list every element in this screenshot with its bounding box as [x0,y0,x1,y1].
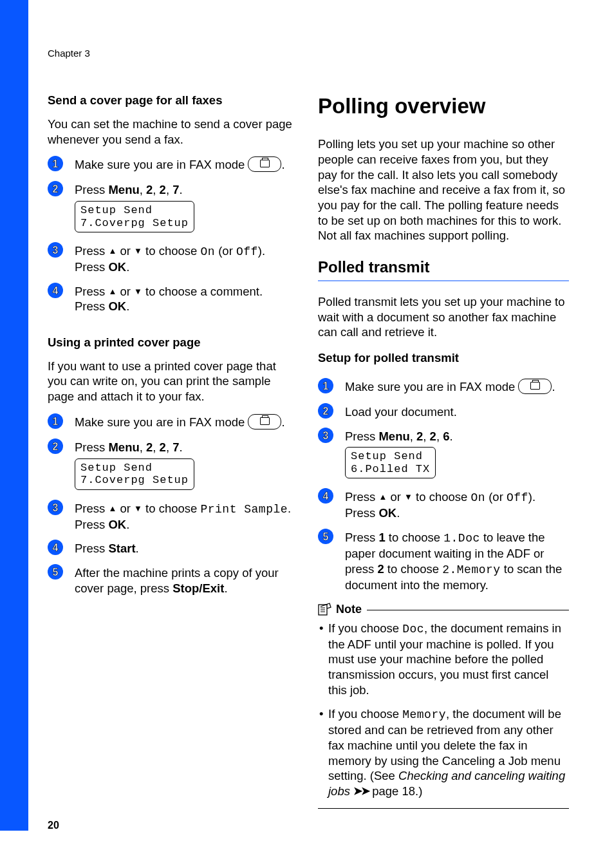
key-6: 6 [443,429,449,443]
t: ). [528,490,535,504]
page-number: 20 [48,819,59,832]
t: Press [75,244,108,258]
svg-text:1: 1 [53,158,59,169]
chapter-header: Chapter 3 [48,47,569,59]
t: or [387,490,404,504]
t: . [179,183,182,196]
step-a1: 1 Make sure you are in FAX mode . [48,157,297,173]
t: or [116,502,134,515]
heading-cover-all: Send a cover page for all faxes [48,93,297,108]
note-header: Note [318,602,569,617]
mono-on: On [200,245,215,258]
t: Press [345,490,378,504]
t: to choose [384,562,443,576]
mono-1doc: 1.Doc [443,532,480,545]
t: (or [215,244,236,258]
t: Press [345,429,378,443]
step-b1: 1 Make sure you are in FAX mode . [48,415,297,431]
t: , [166,183,172,196]
note-icon [318,603,332,616]
t: or [116,244,134,258]
t: . [224,581,227,595]
t: . [126,518,129,531]
side-tab [0,0,28,831]
t: , [153,440,159,454]
step-r5: 5 Press 1 to choose 1.Doc to leave the p… [318,530,569,592]
svg-text:2: 2 [323,406,329,417]
t: Press [75,518,108,531]
key-2: 2 [146,183,153,196]
t: . [449,429,452,443]
t: Press [75,299,108,313]
t: , [436,429,443,443]
step-badge-2: 2 [48,181,63,196]
step-a3: 3 Press ▲ or ▼ to choose On (or Off). Pr… [48,243,297,275]
key-ok: OK [108,518,126,531]
svg-text:2: 2 [53,184,59,194]
key-7: 7 [172,183,179,196]
key-menu: Menu [108,440,139,454]
t: Press [345,506,378,520]
step-badge-1: 1 [48,413,63,429]
key-start: Start [108,542,135,555]
t: , [140,440,146,454]
svg-text:5: 5 [323,531,329,542]
lcd-display: Setup Send 6.Polled TX [345,447,436,478]
heading-printed-cover: Using a printed cover page [48,335,297,350]
t: or [116,285,134,298]
mono-2memory: 2.Memory [442,563,500,576]
t: , [153,183,159,196]
mono-on: On [470,491,485,504]
t: page 18.) [369,784,422,798]
down-arrow-icon: ▼ [404,492,413,503]
fax-mode-icon [518,379,552,394]
note-rule [367,610,569,610]
t: Press [75,183,108,196]
fax-mode-icon [248,414,281,429]
t: If you choose [328,707,402,721]
t: Press [75,542,108,555]
up-arrow-icon: ▲ [108,504,116,514]
t: , [423,429,429,443]
key-2: 2 [416,429,423,443]
step-b2: 2 Press Menu, 2, 2, 7. Setup Send 7.Cove… [48,440,297,492]
note-bullet-2: If you choose Memory, the document will … [318,706,569,798]
step-badge-1: 1 [48,156,63,171]
right-column: Polling overview Polling lets you set up… [318,93,569,809]
t: . [126,260,129,274]
note-end-rule [318,808,569,809]
step-badge-3: 3 [48,500,63,515]
t: Make sure you are in FAX mode [75,415,248,429]
step-badge-3: 3 [318,428,333,443]
svg-text:3: 3 [323,430,329,441]
key-ok: OK [108,260,126,274]
t: Press [75,440,108,454]
step-r1: 1 Make sure you are in FAX mode . [318,379,569,395]
t: Press [345,531,378,544]
step-badge-5: 5 [48,564,63,580]
up-arrow-icon: ▲ [108,246,116,257]
page-content: Chapter 3 Send a cover page for all faxe… [48,47,569,839]
t: . [552,380,555,393]
key-2: 2 [146,440,153,454]
t: Press [75,502,108,515]
t: , [410,429,416,443]
down-arrow-icon: ▼ [134,287,142,297]
step-a2: 2 Press Menu, 2, 2, 7. Setup Send 7.Cove… [48,182,297,234]
t: . [281,415,284,429]
t: Load your document. [345,404,569,420]
key-menu: Menu [378,429,409,443]
t: to choose [142,244,201,258]
note-label: Note [336,602,362,617]
left-column: Send a cover page for all faxes You can … [48,93,297,809]
heading-underline [318,280,569,281]
mono-memory: Memory [402,708,446,721]
svg-text:4: 4 [323,491,329,502]
mono-print-sample: Print Sample [200,503,288,516]
step-badge-4: 4 [48,283,63,298]
mono-off: Off [236,245,258,258]
key-2: 2 [430,429,436,443]
key-1: 1 [378,531,385,544]
step-b3: 3 Press ▲ or ▼ to choose Print Sample. P… [48,501,297,533]
svg-text:4: 4 [53,542,59,553]
